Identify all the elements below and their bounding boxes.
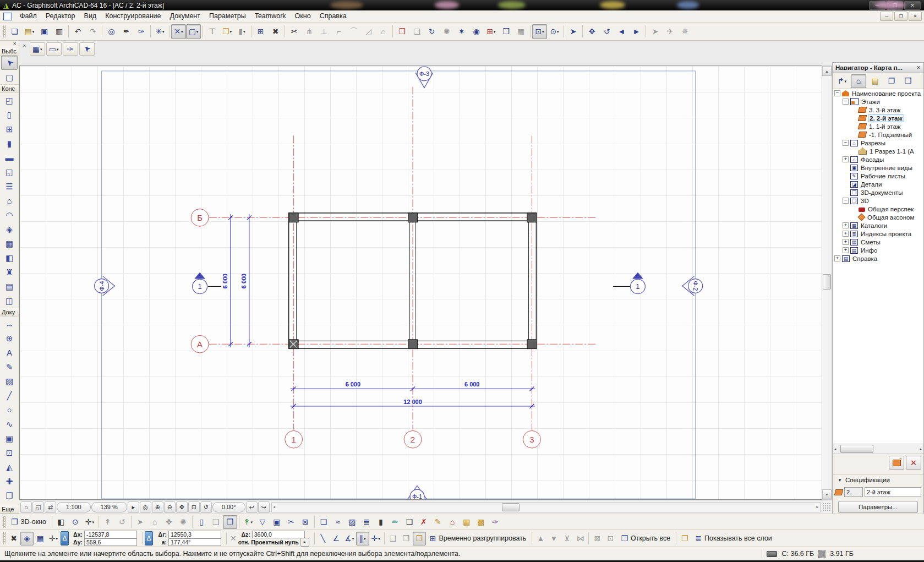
menu-item[interactable]: Справка (315, 12, 351, 21)
zoom-out-button[interactable]: ⊖ (164, 501, 176, 513)
elevation-marker-f2[interactable]: Ф-2 (682, 276, 703, 296)
suspend-groups-toolbar-button[interactable]: ✶ (454, 24, 469, 39)
new-document-button[interactable]: ❏ (7, 24, 22, 39)
tree-item-label[interactable]: Фасады (860, 156, 885, 163)
undo-button[interactable]: ↶ (70, 24, 85, 39)
dropdown-arrow-icon[interactable]: ▾ (56, 537, 58, 541)
dropdown-arrow-icon[interactable]: ▾ (40, 47, 42, 51)
trim-button[interactable]: ⌐ (331, 24, 346, 39)
angle-field[interactable]: 177,44° (168, 538, 221, 546)
elevation-marker-label[interactable]: Ф-3 (419, 70, 429, 77)
document-icon[interactable] (3, 13, 12, 20)
grid-bubble-1-label[interactable]: 1 (291, 435, 296, 444)
menu-item[interactable]: Teamwork (250, 12, 291, 21)
figure-tool[interactable]: ▣ (1, 431, 18, 445)
child-close-button[interactable]: ✕ (909, 12, 922, 21)
modify-button[interactable]: ↻ (424, 24, 439, 39)
tree-item-label[interactable]: Разрезы (860, 140, 887, 146)
clean-intersections-button[interactable]: ⊙▾ (547, 24, 562, 39)
scroll-up-icon[interactable]: ▲ (822, 66, 832, 76)
origin-button[interactable]: ✛▾ (47, 532, 60, 545)
unlock-button[interactable]: ⊡ (604, 532, 617, 545)
grid-bubble-2-label[interactable]: 2 (411, 435, 415, 444)
level-dimension-tool[interactable]: ⊕ (1, 331, 18, 345)
guide-lines-button[interactable]: ✳▾ (152, 24, 167, 39)
grid-bubble-2[interactable]: 2 (404, 430, 422, 448)
title-bar[interactable]: ◮ AC - Graphisoft ArchiCAD-64 16 - [AC /… (0, 0, 924, 10)
expand-icon[interactable]: + (834, 255, 840, 261)
onscreen-view-options-button[interactable]: ⊡▾ (532, 24, 547, 39)
navigator-tree-item[interactable]: +▤Инфо (833, 246, 923, 254)
zoom-100-button[interactable]: ◉ (469, 24, 484, 39)
grid-bubble-b-label[interactable]: Б (197, 214, 203, 222)
origin-flyout-button[interactable]: ▸ (300, 538, 309, 547)
dropdown-arrow-icon[interactable]: ▾ (352, 537, 354, 541)
horizontal-scroll-thumb[interactable] (502, 503, 520, 511)
navigator-tree-item[interactable]: 2. 2-й этаж (833, 114, 923, 122)
elevation-marker-f3[interactable]: Ф-3 (415, 67, 433, 88)
three-d-projection-button[interactable]: ◧ (54, 515, 68, 529)
tree-item-label[interactable]: Наименование проекта (851, 90, 922, 97)
parallel-constraint-button[interactable]: ╲ (316, 532, 330, 545)
previous-view-button[interactable]: ◄ (614, 24, 629, 39)
delete-item-button[interactable]: ✕ (906, 456, 921, 470)
vertical-scrollbar[interactable]: ▲ ▼ (822, 66, 832, 500)
favorites-button[interactable]: ❐▾ (220, 24, 234, 39)
section-marker-label[interactable]: 1 (636, 282, 639, 291)
brick-button[interactable]: ▦ (460, 515, 474, 529)
publisher-button[interactable]: ▦ (513, 24, 528, 39)
pickup-parameters-button[interactable]: ✒ (119, 24, 134, 39)
find-select-button[interactable]: ◎ (104, 24, 119, 39)
hatching-button[interactable]: ▨ (345, 515, 359, 529)
toolbox-close-icon[interactable]: ✕ (10, 41, 19, 47)
menu-item[interactable]: Конструирование (101, 12, 165, 21)
dropdown-arrow-icon[interactable]: ▾ (32, 30, 35, 34)
project-map-button[interactable]: ⌂ (851, 74, 866, 88)
texture-button[interactable]: ▩ (474, 515, 488, 529)
drawing-canvas[interactable]: 6 000 6 000 6 000 6 000 (19, 66, 822, 500)
dimension-label[interactable]: 6 000 (464, 381, 479, 388)
snap-point-button[interactable]: ✛▾ (369, 532, 382, 545)
next-zoom-button[interactable]: ↪ (258, 501, 270, 513)
menu-item[interactable]: Вид (80, 12, 101, 21)
tree-item-label[interactable]: Рабочие листы (860, 173, 906, 179)
dx-field[interactable]: -12537,8 (84, 531, 137, 538)
section-marker-label[interactable]: 1 (198, 282, 202, 291)
navigator-tree-item[interactable]: ✎Рабочие листы (833, 172, 923, 180)
vertical-scroll-thumb[interactable] (823, 274, 831, 290)
resize-grip[interactable] (822, 503, 831, 511)
dropdown-arrow-icon[interactable]: ▾ (230, 30, 232, 34)
cursor-tool-button[interactable]: ➤ (79, 42, 95, 56)
navigator-tree-item[interactable]: ◪Детали (833, 180, 923, 188)
ungroup-button[interactable]: ❑ (409, 24, 424, 39)
collapse-icon[interactable]: − (843, 99, 849, 105)
elevation-marker-label[interactable]: Ф-1 (412, 493, 422, 499)
child-restore-button[interactable]: ❐ (894, 12, 907, 21)
dr-field[interactable]: 12550,3 (168, 531, 221, 538)
dy-field[interactable]: 559,6 (84, 538, 137, 546)
elevation-marker-f1[interactable]: Ф-1 (407, 485, 427, 499)
zoom-box-button[interactable]: ◎ (140, 501, 151, 513)
tree-item-label[interactable]: 3D-документы (860, 189, 904, 196)
tree-item-label[interactable]: Детали (860, 181, 883, 188)
layer-settings-button[interactable]: ❐ (678, 532, 691, 545)
orbit-button[interactable]: ↺ (599, 24, 614, 39)
navigator-tree-item[interactable]: −❒3D (833, 197, 923, 205)
lock-button[interactable]: ⊠ (591, 532, 604, 545)
fit-selection-button[interactable]: ✖ (7, 532, 20, 545)
autogroup-button[interactable]: ❐ (413, 532, 426, 545)
scale-button[interactable]: 1:100 (57, 502, 91, 512)
info-arrow-button[interactable]: ➤ (566, 24, 581, 39)
scroll-left-icon[interactable]: ◂ (274, 505, 276, 509)
scroll-down-icon[interactable]: ▼ (822, 489, 832, 499)
zoom-in-button[interactable]: ⊕ (152, 501, 163, 513)
horizontal-scrollbar[interactable]: ◂ ▸ (271, 502, 821, 512)
circle-tool[interactable]: ○ (1, 402, 18, 417)
orbit-3d-button[interactable]: ↺ (115, 515, 129, 529)
expand-icon[interactable]: + (843, 222, 849, 228)
note-button[interactable]: ❏ (402, 515, 417, 529)
split-button[interactable]: ⋔ (302, 24, 316, 39)
fill-tool[interactable]: ▨ (1, 374, 18, 388)
specifications-header[interactable]: ▼ Спецификации (833, 474, 923, 485)
scroll-left-icon[interactable]: ◂ (834, 447, 836, 451)
